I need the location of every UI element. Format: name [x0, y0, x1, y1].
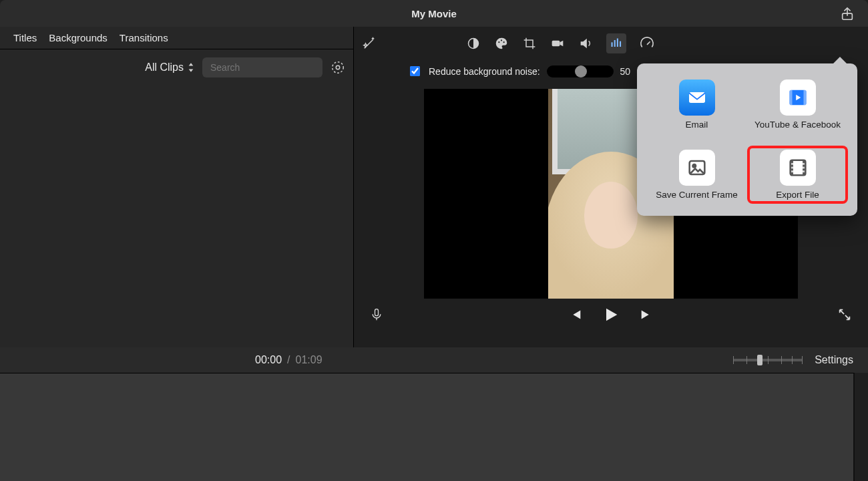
gear-icon — [331, 60, 345, 75]
svg-point-5 — [498, 41, 499, 43]
equalizer-icon — [610, 37, 623, 50]
magic-wand-icon — [362, 36, 377, 51]
svg-point-7 — [503, 41, 505, 43]
next-button[interactable] — [639, 307, 654, 322]
color-balance-button[interactable] — [466, 36, 481, 51]
svg-rect-26 — [790, 172, 793, 174]
color-correction-button[interactable] — [494, 36, 509, 51]
tab-transitions[interactable]: Transitions — [120, 32, 168, 43]
svg-rect-16 — [789, 90, 792, 106]
svg-rect-28 — [803, 165, 805, 167]
noise-reduction-slider[interactable] — [547, 65, 614, 77]
camera-icon — [550, 37, 565, 50]
window-title: My Movie — [411, 8, 457, 19]
share-save-frame-label: Save Current Frame — [656, 190, 737, 200]
previous-button[interactable] — [568, 307, 583, 322]
search-field[interactable] — [209, 61, 329, 73]
voiceover-button[interactable] — [370, 307, 383, 323]
svg-rect-27 — [803, 161, 805, 163]
speaker-icon — [578, 36, 593, 51]
transport-row — [354, 299, 868, 323]
share-email[interactable]: Email — [646, 75, 747, 135]
time-separator: / — [287, 354, 290, 366]
timeline-zoom-slider[interactable] — [733, 359, 803, 361]
skip-back-icon — [568, 307, 583, 322]
svg-rect-29 — [803, 168, 805, 170]
svg-rect-12 — [620, 41, 621, 47]
palette-icon — [494, 36, 509, 51]
play-button[interactable] — [602, 305, 620, 324]
fullscreen-button[interactable] — [837, 307, 852, 322]
share-export-file-label: Export File — [776, 190, 819, 200]
share-youtube-facebook[interactable]: YouTube & Facebook — [747, 75, 848, 135]
speedometer-icon — [640, 36, 654, 51]
filter-row: All Clips — [0, 49, 353, 86]
volume-button[interactable] — [578, 36, 593, 51]
play-icon — [602, 305, 620, 324]
tab-titles[interactable]: Titles — [13, 32, 37, 43]
share-save-frame[interactable]: Save Current Frame — [646, 146, 747, 204]
image-icon — [679, 150, 715, 186]
film-icon — [780, 150, 816, 186]
svg-rect-8 — [552, 41, 560, 46]
tab-backgrounds[interactable]: Backgrounds — [49, 32, 107, 43]
svg-rect-11 — [617, 39, 618, 47]
crop-button[interactable] — [522, 36, 537, 51]
slider-knob[interactable] — [575, 65, 587, 77]
video-share-icon — [780, 79, 816, 116]
svg-rect-14 — [689, 92, 705, 103]
noise-reduction-checkbox[interactable] — [410, 66, 420, 76]
clips-filter-dropdown[interactable]: All Clips — [145, 61, 194, 73]
share-youtube-facebook-label: YouTube & Facebook — [754, 120, 841, 131]
zoom-knob[interactable] — [757, 355, 763, 365]
share-email-label: Email — [686, 120, 708, 130]
browser-settings-button[interactable] — [331, 60, 345, 75]
stabilization-button[interactable] — [550, 36, 565, 51]
svg-point-3 — [333, 62, 344, 73]
email-icon — [679, 79, 715, 116]
timeline-settings-button[interactable]: Settings — [815, 354, 853, 366]
share-popover: Email YouTube & Facebook Save Current Fr… — [637, 63, 857, 216]
time-bar: 00:00 / 01:09 Settings — [0, 347, 868, 373]
noise-reduction-button[interactable] — [606, 33, 626, 53]
speed-button[interactable] — [640, 36, 654, 51]
noise-reduction-value: 50 — [620, 66, 631, 77]
viewer-pane: Reduce background noise: 50 % — [354, 27, 868, 347]
svg-point-19 — [692, 164, 696, 168]
svg-rect-10 — [614, 40, 616, 47]
svg-rect-13 — [375, 309, 379, 316]
svg-rect-23 — [790, 161, 793, 163]
sort-arrows-icon — [188, 63, 194, 72]
share-button[interactable] — [840, 7, 855, 21]
clips-filter-label: All Clips — [145, 61, 184, 73]
svg-point-2 — [336, 65, 340, 69]
svg-rect-24 — [790, 165, 793, 167]
inspector-icons — [466, 33, 654, 53]
browser-tab-bar: Titles Backgrounds Transitions — [0, 27, 353, 49]
playhead-time: 00:00 — [255, 354, 282, 366]
total-duration: 01:09 — [296, 354, 322, 366]
svg-rect-17 — [803, 90, 806, 106]
title-bar: My Movie — [0, 0, 868, 27]
svg-rect-9 — [612, 42, 613, 47]
svg-rect-30 — [803, 172, 805, 174]
enhance-button[interactable] — [362, 36, 377, 51]
fullscreen-icon — [837, 307, 852, 322]
contrast-icon — [467, 37, 480, 50]
inspector-toolbar — [354, 27, 868, 60]
svg-rect-25 — [790, 168, 793, 170]
noise-reduction-label: Reduce background noise: — [429, 66, 540, 77]
search-input[interactable] — [202, 57, 322, 77]
media-browser: Titles Backgrounds Transitions All Clips — [0, 27, 354, 347]
svg-point-6 — [501, 39, 502, 41]
skip-forward-icon — [639, 307, 654, 322]
timeline-area[interactable] — [0, 373, 855, 481]
share-export-file[interactable]: Export File — [747, 146, 848, 204]
mic-icon — [370, 307, 383, 323]
transport-controls — [568, 305, 654, 324]
crop-icon — [523, 37, 536, 50]
share-icon — [840, 7, 855, 21]
